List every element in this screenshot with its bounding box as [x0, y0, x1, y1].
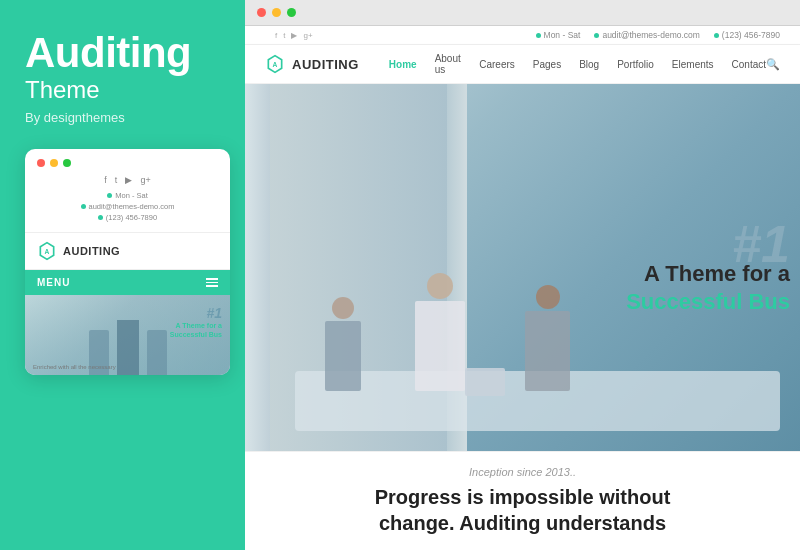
site-logo-icon: A	[265, 54, 285, 74]
nav-link-contact[interactable]: Contact	[732, 59, 766, 70]
site-nav-links: Home About us Careers Pages Blog Portfol…	[389, 53, 766, 75]
topbar-email: audit@themes-demo.com	[594, 30, 699, 40]
mobile-facebook-icon: f	[104, 175, 107, 185]
nav-link-elements[interactable]: Elements	[672, 59, 714, 70]
hero-text-overlay: #1 A Theme for a Successful Bus	[626, 218, 790, 317]
theme-title: Auditing	[25, 30, 220, 76]
person-head-2	[427, 273, 453, 299]
body-inception: Inception since 2013..	[265, 466, 780, 478]
mobile-info-dot-email	[81, 204, 86, 209]
mobile-mockup: f t ▶ g+ Mon - Sat audit@themes-demo.com…	[25, 149, 230, 375]
hamburger-line-3	[206, 285, 218, 287]
right-panel: f t ▶ g+ Mon - Sat audit@themes-demo.com…	[245, 0, 800, 550]
mobile-info-dot-phone	[98, 215, 103, 220]
mobile-googleplus-icon: g+	[140, 175, 150, 185]
mobile-dot-yellow	[50, 159, 58, 167]
browser-dot-green[interactable]	[287, 8, 296, 17]
mobile-youtube-icon: ▶	[125, 175, 132, 185]
mobile-logo-row: A AUDITING	[25, 233, 230, 270]
person-1	[325, 297, 361, 391]
hero-headline: A Theme for a	[626, 260, 790, 289]
mobile-info-bar: Mon - Sat audit@themes-demo.com (123) 45…	[37, 191, 218, 222]
person-body-1	[325, 321, 361, 391]
site-navbar: A AUDITING Home About us Careers Pages B…	[245, 45, 800, 84]
search-icon[interactable]: 🔍	[766, 58, 780, 71]
topbar-bullet-email	[594, 33, 599, 38]
site-logo[interactable]: A AUDITING	[265, 54, 359, 74]
mobile-dot-red	[37, 159, 45, 167]
mobile-menu-label: MENU	[37, 277, 70, 288]
mobile-info-dot-hours	[107, 193, 112, 198]
mobile-menu-bar[interactable]: MENU	[25, 270, 230, 295]
topbar-phone: (123) 456-7890	[714, 30, 780, 40]
nav-link-home[interactable]: Home	[389, 59, 417, 70]
nav-link-portfolio[interactable]: Portfolio	[617, 59, 654, 70]
topbar-social: f t ▶ g+	[265, 31, 313, 40]
person-body-3	[525, 311, 570, 391]
mobile-logo-icon: A	[37, 241, 57, 261]
hamburger-line-2	[206, 282, 218, 284]
topbar-facebook-icon: f	[275, 31, 277, 40]
mobile-social-bar: f t ▶ g+	[37, 175, 218, 185]
browser-dot-yellow[interactable]	[272, 8, 281, 17]
mobile-hero-text: #1 A Theme for a Successful Bus	[170, 305, 222, 339]
site-logo-text: AUDITING	[292, 57, 359, 72]
mobile-hours: Mon - Sat	[107, 191, 148, 200]
hero-subheadline: Successful Bus	[626, 289, 790, 318]
topbar-twitter-icon: t	[283, 31, 285, 40]
site-topbar: f t ▶ g+ Mon - Sat audit@themes-demo.com…	[245, 26, 800, 45]
person-body-2	[415, 301, 465, 391]
mobile-window-controls	[37, 159, 218, 167]
mobile-phone: (123) 456-7890	[98, 213, 157, 222]
nav-link-blog[interactable]: Blog	[579, 59, 599, 70]
person-head-3	[536, 285, 560, 309]
svg-text:A: A	[45, 249, 50, 256]
person-3	[525, 285, 570, 391]
topbar-hours: Mon - Sat	[536, 30, 581, 40]
nav-link-careers[interactable]: Careers	[479, 59, 515, 70]
browser-chrome	[245, 0, 800, 26]
left-panel: Auditing Theme By designthemes f t ▶ g+ …	[0, 0, 245, 550]
hamburger-line-1	[206, 278, 218, 280]
mobile-hero-sub: Enriched with all the necessary	[33, 364, 222, 370]
svg-text:A: A	[273, 61, 278, 68]
mobile-twitter-icon: t	[115, 175, 118, 185]
hamburger-icon[interactable]	[206, 278, 218, 287]
topbar-bullet-hours	[536, 33, 541, 38]
person-head-1	[332, 297, 354, 319]
mobile-email: audit@themes-demo.com	[81, 202, 175, 211]
mobile-hero-caption: A Theme for a Successful Bus	[170, 321, 222, 339]
nav-link-about[interactable]: About us	[435, 53, 462, 75]
theme-subtitle: Theme	[25, 76, 220, 104]
person-2	[415, 273, 465, 391]
theme-by: By designthemes	[25, 110, 220, 125]
topbar-info: Mon - Sat audit@themes-demo.com (123) 45…	[536, 30, 780, 40]
mobile-hero-hash: #1	[170, 305, 222, 321]
browser-content: f t ▶ g+ Mon - Sat audit@themes-demo.com…	[245, 26, 800, 550]
topbar-bullet-phone	[714, 33, 719, 38]
drape-left	[245, 84, 270, 451]
topbar-youtube-icon: ▶	[291, 31, 297, 40]
mobile-logo-text: AUDITING	[63, 245, 120, 257]
topbar-googleplus-icon: g+	[303, 31, 312, 40]
body-headline: Progress is impossible withoutchange. Au…	[265, 484, 780, 536]
mobile-header: f t ▶ g+ Mon - Sat audit@themes-demo.com…	[25, 149, 230, 233]
site-hero: #1 A Theme for a Successful Bus	[245, 84, 800, 451]
site-body-preview: Inception since 2013.. Progress is impos…	[245, 451, 800, 550]
nav-link-pages[interactable]: Pages	[533, 59, 561, 70]
mobile-dot-green	[63, 159, 71, 167]
laptop	[465, 368, 505, 396]
browser-dot-red[interactable]	[257, 8, 266, 17]
mobile-hero-image: #1 A Theme for a Successful Bus Enriched…	[25, 295, 230, 375]
